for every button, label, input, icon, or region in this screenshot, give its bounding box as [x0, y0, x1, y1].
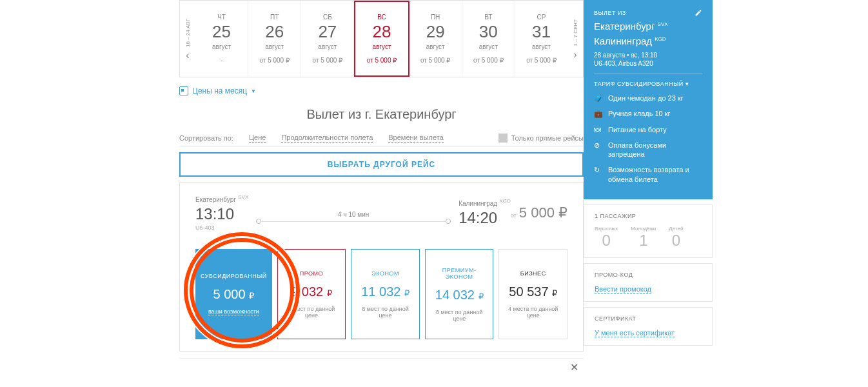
day-number: 31	[532, 22, 551, 42]
tariff-feature: 🍽Питание на борту	[594, 125, 702, 134]
certificate-link[interactable]: У меня есть сертификат	[595, 329, 675, 337]
date-prev[interactable]: 18 – 24 АВГ ‹	[180, 1, 195, 77]
dep-time: 13:10	[195, 205, 248, 223]
feature-icon: 🍽	[594, 125, 603, 134]
day-price: от 5 000 ₽	[420, 57, 451, 64]
page-title: Вылет из г. Екатеринбург	[179, 107, 584, 122]
day-price: от 5 000 ₽	[526, 57, 557, 64]
day-dow: ВТ	[484, 14, 492, 21]
sort-departure[interactable]: Времени вылета	[388, 134, 443, 143]
month-prices-link[interactable]: Цены на месяц ▼	[179, 86, 584, 95]
from-label: от	[511, 212, 517, 219]
certificate-panel: СЕРТИФИКАТ У меня есть сертификат	[584, 307, 713, 346]
fare-price: 50 537 ₽	[509, 284, 557, 299]
pax-count: 0	[602, 232, 610, 250]
feature-icon: 💼	[594, 109, 603, 118]
tariff-feature: ⊘Оплата бонусами запрещена	[594, 141, 702, 159]
day-number: 30	[479, 22, 498, 42]
dep-city: Екатеринбург	[195, 196, 236, 203]
fare-name: ЭКОНОМ	[371, 270, 399, 277]
fare-seats: 8 мест по данной цене	[431, 309, 488, 322]
fare-prem[interactable]: ПРЕМИУМ-ЭКОНОМ 14 032 ₽ 8 мест по данной…	[425, 249, 494, 339]
day-month: август	[372, 43, 391, 50]
fare-name: БИЗНЕС	[520, 270, 546, 277]
day-26[interactable]: ПТ 26 август от 5 000 ₽	[248, 1, 301, 77]
feature-icon: ↻	[594, 165, 603, 174]
arr-code: KGD	[500, 198, 511, 204]
from-price: 5 000 ₽	[519, 204, 567, 221]
direct-only-toggle[interactable]: Только прямые рейсы	[498, 134, 584, 143]
day-29[interactable]: ПН 29 август от 5 000 ₽	[409, 1, 462, 77]
passengers-label: 1 ПАССАЖИР	[595, 213, 702, 219]
certificate-label: СЕРТИФИКАТ	[595, 315, 702, 322]
close-button[interactable]: ✕	[179, 358, 584, 376]
day-month: август	[265, 43, 284, 50]
date-prev-range: 18 – 24 АВГ	[185, 19, 191, 47]
day-price: от 5 000 ₽	[313, 57, 343, 64]
feature-icon: ⊘	[594, 141, 603, 150]
fare-econ[interactable]: ЭКОНОМ 11 032 ₽ 8 мест по данной цене	[351, 249, 420, 339]
tariff-feature: ↻Возможность возврата и обмена билета	[594, 165, 702, 184]
fare-sub[interactable]: СУБСИДИРОВАННЫЙ 5 000 ₽ ваши возможности	[195, 249, 272, 339]
day-price: -	[221, 57, 222, 64]
day-number: 28	[373, 22, 391, 42]
day-price: от 5 000 ₽	[367, 57, 397, 64]
pax-type: Молодёжи	[631, 226, 656, 232]
pax-count: 0	[672, 232, 680, 250]
feature-icon: 🧳	[594, 94, 603, 103]
day-dow: СР	[537, 14, 546, 21]
day-28[interactable]: ВС 28 август от 5 000 ₽	[354, 1, 409, 77]
summary-to-city: Калининград KGD	[594, 35, 702, 46]
day-dow: ВС	[377, 14, 386, 21]
fare-name: СУБСИДИРОВАННЫЙ	[201, 273, 267, 279]
day-31[interactable]: СР 31 август от 5 000 ₽	[515, 1, 567, 77]
day-number: 25	[212, 22, 231, 42]
flight-card: Екатеринбург SVX 13:10 U6-403 4 ч 10 мин…	[179, 182, 584, 352]
chevron-down-icon: ▼	[251, 88, 256, 94]
day-number: 27	[318, 22, 337, 42]
passengers-panel: 1 ПАССАЖИР Взрослых0Молодёжи1Детей0	[584, 204, 713, 258]
enter-promo-link[interactable]: Ввести промокод	[595, 285, 651, 293]
summary-datetime: 28 августа • вс, 13:10	[594, 52, 702, 59]
pax-col: Детей0	[669, 226, 683, 250]
day-30[interactable]: ВТ 30 август от 5 000 ₽	[462, 1, 515, 77]
day-price: от 5 000 ₽	[259, 57, 290, 64]
fare-seats: 4 места по данной цене	[504, 306, 562, 319]
checkbox-icon	[498, 134, 508, 143]
calendar-icon	[179, 86, 188, 95]
date-next[interactable]: 1 – 7 СЕНТ ›	[567, 1, 583, 77]
arr-city: Калининград	[459, 200, 497, 207]
fare-biz[interactable]: БИЗНЕС 50 537 ₽ 4 места по данной цене	[498, 249, 567, 339]
pax-type: Детей	[669, 226, 683, 232]
fare-seats: 8 мест по данной цене	[357, 306, 414, 319]
pax-col: Молодёжи1	[631, 226, 656, 250]
sort-price[interactable]: Цене	[249, 134, 266, 143]
edit-icon[interactable]	[695, 9, 702, 17]
choose-another-flight-button[interactable]: ВЫБРАТЬ ДРУГОЙ РЕЙС	[179, 152, 584, 177]
fare-name: ПРОМО	[300, 270, 323, 277]
fare-price: 11 032 ₽	[361, 284, 409, 299]
summary-flight-info: U6-403, Airbus A320	[594, 60, 702, 67]
chevron-left-icon: ‹	[186, 50, 189, 61]
fare-price: 14 032 ₽	[435, 288, 484, 303]
tariff-header[interactable]: ТАРИФ СУБСИДИРОВАННЫЙ ▾	[594, 81, 702, 87]
pax-count: 1	[639, 232, 647, 250]
day-price: от 5 000 ₽	[473, 57, 504, 64]
flight-number: U6-403	[195, 224, 248, 231]
fare-promo[interactable]: ПРОМО 9 032 ₽ 8 мест по данной цене	[277, 249, 346, 339]
summary-from-city: Екатеринбург SVX	[594, 21, 702, 32]
sort-duration[interactable]: Продолжительности полета	[281, 134, 373, 143]
arr-time: 14:20	[459, 209, 511, 227]
day-27[interactable]: СБ 27 август от 5 000 ₽	[301, 1, 354, 77]
sort-label: Сортировать по:	[179, 134, 233, 142]
day-number: 26	[265, 22, 284, 42]
day-month: август	[426, 43, 445, 50]
fare-seats: ваши возможности	[208, 308, 259, 315]
day-dow: ПТ	[270, 14, 279, 21]
day-number: 29	[426, 22, 445, 42]
day-dow: ЧТ	[217, 14, 226, 21]
day-25[interactable]: ЧТ 25 август -	[195, 1, 248, 77]
date-next-range: 1 – 7 СЕНТ	[573, 19, 578, 46]
fare-seats: 8 мест по данной цене	[283, 306, 340, 319]
dep-code: SVX	[238, 194, 248, 200]
